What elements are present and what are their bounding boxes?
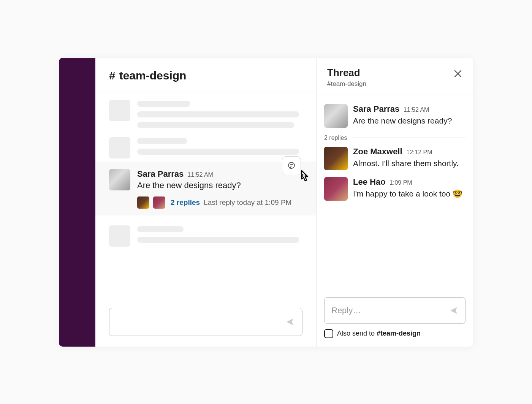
composer-area <box>95 308 316 347</box>
replies-count: 2 replies <box>324 135 347 141</box>
message-text: I'm happy to take a look too 🤓 <box>353 188 466 200</box>
channel-name: team-design <box>119 69 187 82</box>
send-icon[interactable] <box>285 317 294 326</box>
message-author[interactable]: Sara Parras <box>137 169 184 179</box>
close-icon <box>453 69 462 78</box>
start-thread-button[interactable] <box>282 156 301 175</box>
channel-header: # team-design <box>95 58 316 92</box>
message-text: Are the new designs ready? <box>137 180 302 192</box>
thread-reply-composer[interactable]: Reply… <box>324 297 466 324</box>
skeleton-message <box>95 130 316 160</box>
channel-pane: # team-design <box>95 58 317 347</box>
also-send-checkbox[interactable] <box>324 329 333 338</box>
avatar[interactable] <box>324 147 348 170</box>
message-text: Almost. I'll share them shortly. <box>353 157 466 170</box>
thread-composer-area: Reply… Also send to #team-design <box>317 297 473 347</box>
message-timestamp: 11:52 AM <box>404 106 429 113</box>
thread-messages: Sara Parras 11:52 AM Are the new designs… <box>317 95 473 297</box>
thread-subtitle: #team-design <box>327 80 366 88</box>
thread-panel: Thread #team-design Sara Parras 11:52 AM <box>317 58 473 347</box>
thread-title: Thread <box>327 67 366 79</box>
message-item[interactable]: Sara Parras 11:52 AM Are the new designs… <box>95 162 316 216</box>
replies-divider: 2 replies <box>324 135 466 141</box>
skeleton-message <box>95 92 316 130</box>
message-list: Sara Parras 11:52 AM Are the new designs… <box>95 92 316 308</box>
thread-summary[interactable]: 2 replies Last reply today at 1:09 PM <box>137 196 302 209</box>
avatar[interactable] <box>324 104 348 128</box>
reply-avatar <box>137 196 149 209</box>
message-timestamp: 12:12 PM <box>406 149 432 155</box>
workspace-sidebar <box>59 58 95 347</box>
message-composer[interactable] <box>109 308 302 336</box>
thread-reply[interactable]: Lee Hao 1:09 PM I'm happy to take a look… <box>324 177 466 201</box>
send-icon[interactable] <box>449 306 458 315</box>
avatar[interactable] <box>109 169 130 190</box>
message-text: Are the new designs ready? <box>353 115 466 127</box>
skeleton-message <box>95 215 316 248</box>
close-thread-button[interactable] <box>453 67 462 81</box>
app-window: # team-design <box>59 58 473 347</box>
message-author[interactable]: Lee Hao <box>353 177 386 187</box>
message-timestamp: 11:52 AM <box>187 171 213 178</box>
thread-icon <box>287 161 296 170</box>
message-author[interactable]: Sara Parras <box>353 104 399 114</box>
reply-avatar <box>153 196 165 209</box>
thread-header: Thread #team-design <box>317 58 473 95</box>
avatar[interactable] <box>324 177 348 201</box>
replies-link[interactable]: 2 replies <box>171 198 200 207</box>
also-send-label: Also send to #team-design <box>337 330 421 337</box>
also-send-row[interactable]: Also send to #team-design <box>324 329 466 338</box>
thread-reply[interactable]: Zoe Maxwell 12:12 PM Almost. I'll share … <box>324 147 466 170</box>
thread-root-message[interactable]: Sara Parras 11:52 AM Are the new designs… <box>324 104 466 128</box>
hash-icon: # <box>109 69 116 82</box>
message-author[interactable]: Zoe Maxwell <box>353 147 402 156</box>
reply-placeholder: Reply… <box>331 306 361 315</box>
message-timestamp: 1:09 PM <box>390 179 412 186</box>
last-reply-time: Last reply today at 1:09 PM <box>204 198 291 207</box>
svg-point-0 <box>288 162 294 168</box>
